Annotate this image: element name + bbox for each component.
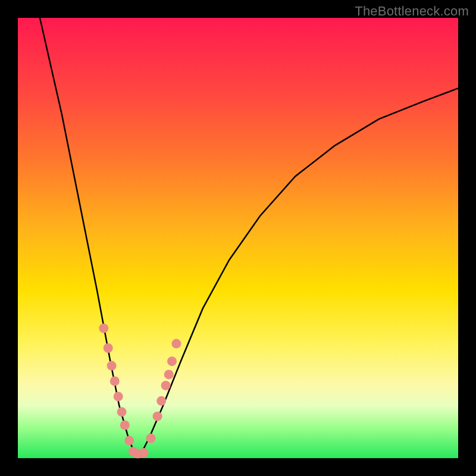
data-point <box>120 421 130 430</box>
data-point <box>153 412 162 421</box>
data-point <box>124 436 134 445</box>
data-point <box>171 339 181 349</box>
chart-frame: TheBottleneck.com <box>0 0 476 476</box>
data-point <box>146 434 156 443</box>
data-point <box>110 377 120 386</box>
data-point <box>164 369 174 379</box>
data-point <box>114 392 123 401</box>
data-point <box>167 356 177 366</box>
data-point <box>161 381 171 390</box>
bottleneck-curve <box>40 18 458 454</box>
data-point <box>104 343 113 353</box>
curve-layer <box>18 18 458 458</box>
data-point <box>107 361 117 371</box>
data-point <box>99 324 108 333</box>
gradient-plot-area <box>18 18 458 458</box>
data-point <box>117 407 127 416</box>
data-point <box>156 396 166 406</box>
data-point <box>139 448 149 458</box>
watermark-text: TheBottleneck.com <box>355 4 469 19</box>
